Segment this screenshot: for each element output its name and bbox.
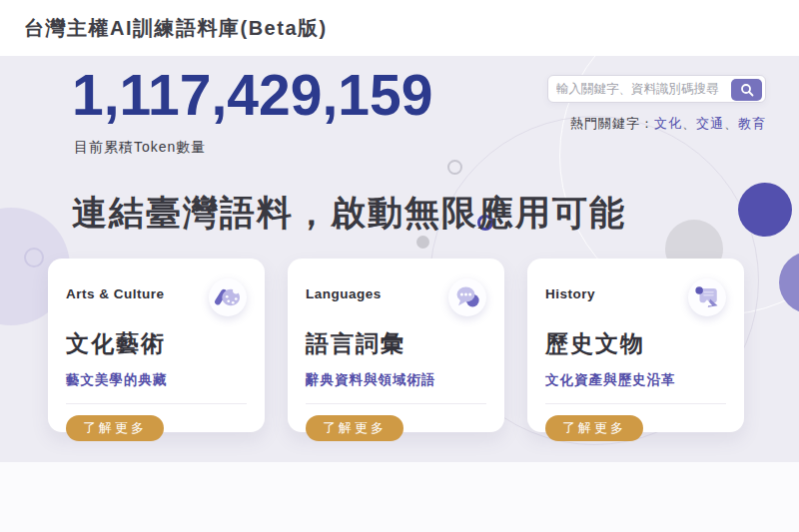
hero-section: 1,117,429,159 目前累積Token數量 熱門關鍵字：文化、交通、教育: [0, 56, 799, 462]
card-description: 藝文美學的典藏: [66, 371, 247, 389]
gray-ring-decoration: [447, 160, 462, 175]
next-section: [0, 462, 799, 532]
keyword-separator: 、: [682, 116, 696, 131]
hot-keywords-label: 熱門關鍵字：: [570, 116, 654, 131]
hero-headline: 連結臺灣語料，啟動無限應用可能: [72, 190, 626, 237]
learn-more-button[interactable]: 了解更多: [545, 415, 643, 441]
card-divider: [306, 403, 486, 404]
token-stats: 1,117,429,159 目前累積Token數量: [72, 64, 432, 157]
search-bar: [547, 75, 766, 103]
app-header: 台灣主權AI訓練語料庫(Beta版): [0, 0, 799, 56]
search-area: 熱門關鍵字：文化、交通、教育: [547, 75, 766, 133]
card-languages[interactable]: Languages 語言詞彙 辭典資料與領域術語: [288, 259, 504, 432]
small-ring-decoration: [24, 248, 44, 267]
keyword-link-education[interactable]: 教育: [738, 116, 766, 131]
page: 台灣主權AI訓練語料庫(Beta版) 1,117,429,159 目前累積Tok…: [0, 0, 799, 532]
hot-keywords: 熱門關鍵字：文化、交通、教育: [547, 115, 766, 133]
card-category: History: [545, 286, 595, 301]
card-title: 文化藝術: [66, 328, 247, 359]
search-icon: [740, 83, 754, 97]
card-divider: [545, 403, 726, 404]
card-description: 辭典資料與領域術語: [306, 371, 486, 389]
card-history[interactable]: History 歷史文物 文化資產與歷史沿革: [527, 259, 744, 432]
palette-icon: [209, 278, 247, 316]
card-arts-culture[interactable]: Arts & Culture 文化藝術 藝文: [48, 259, 265, 432]
token-count-label: 目前累積Token數量: [74, 139, 432, 157]
gray-dot-decoration: [416, 236, 429, 249]
card-divider: [66, 403, 247, 404]
keyword-separator: 、: [724, 116, 738, 131]
category-cards: Arts & Culture 文化藝術 藝文: [48, 259, 751, 432]
purple-circle-decoration: [738, 183, 792, 237]
token-count: 1,117,429,159: [72, 64, 432, 127]
card-category: Languages: [306, 286, 382, 301]
keyword-link-transport[interactable]: 交通: [696, 116, 724, 131]
keyword-link-culture[interactable]: 文化: [654, 116, 682, 131]
card-title: 歷史文物: [545, 328, 726, 359]
search-button[interactable]: [731, 79, 762, 101]
card-description: 文化資產與歷史沿革: [545, 371, 726, 389]
scroll-icon: [688, 278, 726, 316]
card-title: 語言詞彙: [306, 328, 486, 359]
app-title: 台灣主權AI訓練語料庫(Beta版): [24, 15, 328, 42]
chat-bubbles-icon: [448, 278, 486, 316]
learn-more-button[interactable]: 了解更多: [306, 415, 403, 441]
learn-more-button[interactable]: 了解更多: [66, 415, 164, 441]
card-category: Arts & Culture: [66, 286, 165, 301]
